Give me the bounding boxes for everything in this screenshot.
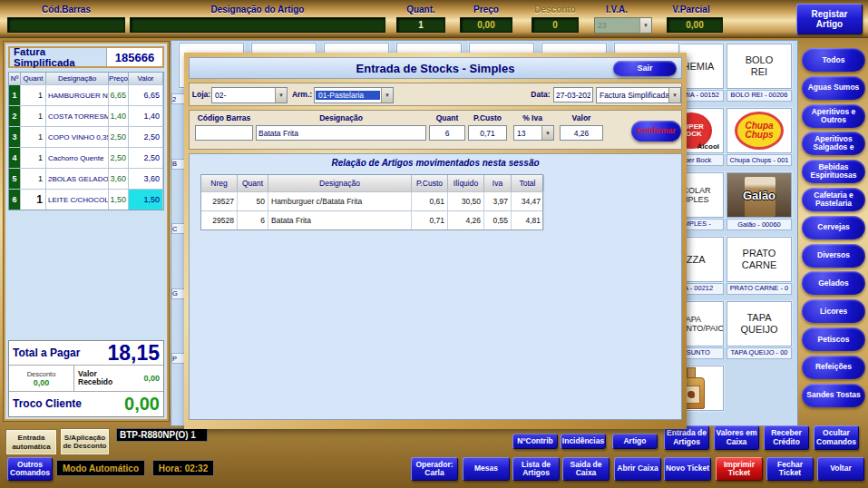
row-valor: 2,50: [129, 127, 163, 147]
category-button-diversos[interactable]: Diversos: [802, 244, 865, 268]
row-valor: 2,50: [129, 148, 163, 168]
invoice-row-6[interactable]: 61LEITE C/CHOCOLA1,501,50: [9, 189, 163, 210]
m-valor-input[interactable]: [560, 125, 603, 141]
m-iva-select[interactable]: 13 ▼: [513, 125, 554, 141]
abrir-caixa-button[interactable]: Abrir Caixa: [614, 457, 661, 481]
product-tile-tapa-queijo-00[interactable]: TAPA QUEIJOTAPA QUEIJO - 00: [727, 301, 792, 359]
troco-cliente-label: Troco Cliente: [13, 397, 82, 410]
session-row-1[interactable]: 2952750Hamburguer c/Batata Frita0,6130,5…: [201, 191, 542, 210]
imprimir-ticket-button[interactable]: Imprimir Ticket: [716, 457, 763, 481]
s-aplicacao-desconto-button[interactable]: S/Aplicação de Desconto: [60, 428, 110, 455]
pos-screen: Cód.Barras Designação do Artigo Quant. P…: [0, 0, 868, 488]
product-image: Galão: [727, 172, 792, 218]
partial-tile-label: P: [171, 353, 185, 364]
outros-comandos-button[interactable]: Outros Comandos: [7, 457, 53, 481]
incid-ncias-button[interactable]: Incidências: [561, 434, 606, 449]
chevron-down-icon: ▼: [541, 126, 553, 140]
n-contrib-button[interactable]: NºContrib: [512, 434, 558, 449]
row-quant: 1: [21, 127, 46, 147]
product-image: TAPA QUEIJO: [727, 301, 792, 346]
category-button-aperitivos-salgados-e[interactable]: Aperitivos Salgados e: [802, 132, 865, 155]
preco-input[interactable]: [460, 17, 512, 33]
category-button-refei-es[interactable]: Refeições: [802, 356, 865, 379]
fechar-ticket-button[interactable]: Fechar Ticket: [766, 457, 814, 481]
m-quant-label: Quant: [429, 113, 465, 122]
session-table-header: Nreg Quant Designação P.Custo Ilíquido I…: [201, 175, 542, 191]
product-tile-chupa-chups-001[interactable]: Chupa ChupsChupa Chups - 001: [727, 108, 792, 166]
total-a-pagar-label: Total a Pagar: [13, 346, 80, 359]
session-cell: 34,47: [512, 192, 544, 210]
row-preco: 1,40: [109, 106, 129, 126]
doc-type-select[interactable]: Factura Simplificada ▼: [596, 87, 681, 103]
codbarras-input[interactable]: [7, 17, 125, 33]
codigo-barras-input[interactable]: [195, 125, 253, 141]
modal-entry-row: Código Barras Designação Quant P.Custo %…: [189, 110, 682, 150]
loja-label: Loja:: [191, 90, 211, 99]
category-button-aguas-sumos[interactable]: Aguas Sumos: [802, 76, 865, 100]
modal-title: Entrada de Stocks - Simples: [356, 62, 515, 75]
product-tile-label: Galão - 00060: [727, 219, 792, 230]
vparcial-input[interactable]: [667, 17, 723, 33]
category-button-petiscos[interactable]: Petiscos: [802, 327, 865, 351]
entrada-de-artigos-button[interactable]: Entrada de Artigos: [664, 425, 709, 450]
novo-ticket-button[interactable]: Novo Ticket: [664, 457, 711, 481]
invoice-row-4[interactable]: 41Cachorro Quente2,502,50: [9, 147, 163, 168]
category-button-cafetaria-e-pastelaria[interactable]: Cafetaria e Pastelaria: [802, 188, 865, 211]
codigo-barras-label: Código Barras: [195, 113, 253, 122]
quant-input[interactable]: [396, 17, 445, 33]
invoice-row-1[interactable]: 11HAMBURGUER NO6,656,65: [9, 84, 163, 105]
partial-tile-label: C: [171, 223, 185, 234]
invoice-header: Fatura Simplificada 185666: [8, 46, 164, 68]
artigo-button[interactable]: Artigo: [612, 434, 658, 449]
session-table: Nreg Quant Designação P.Custo Ilíquido I…: [200, 174, 543, 230]
data-input[interactable]: [553, 87, 593, 102]
invoice-row-2[interactable]: 21COSTA TORRESMA1,401,40: [9, 105, 163, 126]
row-valor: 3,60: [129, 169, 163, 189]
loja-select[interactable]: 02- ▼: [211, 87, 288, 103]
row-preco: 2,50: [109, 127, 129, 147]
category-button-aperitivos-e-outros[interactable]: Aperitivos e Outros: [802, 104, 865, 128]
receber-cr-dito-button[interactable]: Receber Crédito: [764, 425, 809, 450]
session-cell: 29527: [201, 192, 238, 210]
mesas-button[interactable]: Mesas: [463, 457, 510, 481]
printer-display: BTP-R880NP(O) 1: [116, 428, 208, 442]
invoice-row-5[interactable]: 512BOLAS GELADO3,603,60: [9, 168, 163, 189]
category-button-licores[interactable]: Licores: [802, 299, 865, 323]
valor-recebido-label: Valor Recebido: [78, 370, 122, 387]
valores-em-caixa-button[interactable]: Valores em Caixa: [714, 425, 759, 450]
valor-recebido-value: 0,00: [143, 374, 160, 383]
registar-artigo-button[interactable]: Registar Artigo: [796, 4, 863, 34]
iva-select[interactable]: 23 ▼: [594, 17, 652, 34]
row-designacao: HAMBURGUER NO: [46, 85, 109, 105]
category-button-sandes-tostas[interactable]: Sandes Tostas: [802, 384, 865, 407]
invoice-row-3[interactable]: 31COPO VINHO 0,352,502,50: [9, 126, 163, 147]
pcusto-input[interactable]: [468, 125, 507, 141]
lista-de-artigos-button[interactable]: Lista de Artigos: [512, 457, 560, 481]
quant-label: Quant.: [396, 5, 445, 15]
voltar-button[interactable]: Voltar: [817, 457, 864, 481]
product-tile-bolo-rei-00206[interactable]: BOLO REIBOLO REI - 00206: [727, 44, 792, 102]
designacao-input[interactable]: [130, 17, 385, 33]
ocultar-comandos-button[interactable]: Ocultar Comandos: [814, 425, 859, 450]
entrada-automatica-button[interactable]: Entrada automática: [5, 429, 57, 455]
armazem-select[interactable]: 01-Pastelaria ▼: [314, 87, 394, 103]
session-cell: 50: [238, 192, 268, 210]
sair-button[interactable]: Sair: [613, 61, 677, 76]
category-button-gelados[interactable]: Gelados: [802, 271, 865, 295]
m-designacao-input[interactable]: [256, 125, 426, 141]
product-tile-gal-o-00060[interactable]: GalãoGalão - 00060: [727, 172, 792, 230]
row-designacao: LEITE C/CHOCOLA: [46, 190, 109, 210]
session-row-2[interactable]: 295286Batata Frita0,714,260,554,81: [201, 210, 542, 229]
operador-carla-button[interactable]: Operador: Carla: [411, 457, 458, 481]
chevron-down-icon: ▼: [381, 88, 393, 102]
invoice-table-body: 11HAMBURGUER NO6,656,6521COSTA TORRESMA1…: [9, 84, 163, 210]
saida-de-caixa-button[interactable]: Saida de Caixa: [562, 457, 610, 481]
confirmar-button[interactable]: Confirmar: [631, 121, 681, 142]
total-a-pagar-value: 18,15: [107, 341, 160, 366]
desconto-input[interactable]: [532, 17, 579, 33]
category-button-bebidas-espirituosas[interactable]: Bebidas Espirituosas: [802, 160, 865, 183]
category-button-todos[interactable]: Todos: [802, 48, 865, 72]
category-button-cervejas[interactable]: Cervejas: [802, 216, 865, 239]
m-quant-input[interactable]: [429, 125, 465, 141]
product-tile-prato-carne-0[interactable]: PRATO CARNEPRATO CARNE - 0: [727, 237, 792, 295]
